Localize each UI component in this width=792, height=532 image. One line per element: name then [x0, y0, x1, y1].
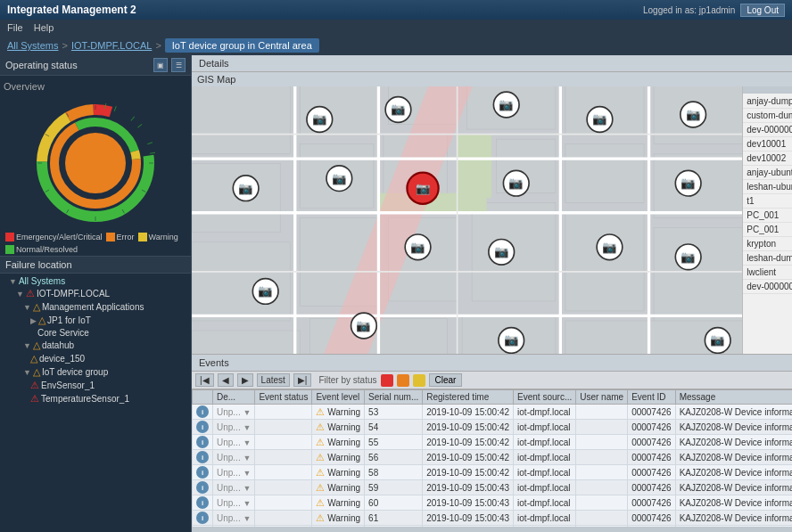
legend-box-warning: [138, 233, 147, 241]
device-marker-2[interactable]: 📷: [385, 97, 411, 123]
col-reg-time[interactable]: Registered time: [423, 390, 514, 405]
col-source[interactable]: Event sourc...: [514, 390, 576, 405]
cell-message: KAJZ0208-W Device information was not u: [675, 495, 792, 511]
last-btn[interactable]: ▶|: [293, 373, 312, 387]
events-table-container[interactable]: De... Event status Event level Serial nu…: [192, 389, 792, 527]
col-event-level[interactable]: Event level: [312, 390, 365, 405]
cell-status: [255, 450, 312, 465]
breadcrumb-iot-dmpf[interactable]: IOT-DMPF.LOCAL: [71, 40, 152, 51]
tree-item-iot-dmpf[interactable]: ▼ ⚠ IOT-DMPF.LOCAL: [2, 287, 189, 300]
tree-item-mgmt-apps[interactable]: ▼ △ Management Applications: [2, 300, 189, 314]
device-list-item[interactable]: anjay-ubuntu: [743, 166, 792, 180]
device-marker-7[interactable]: 📷: [326, 166, 352, 192]
cell-time: 2019-10-09 15:00:43: [423, 480, 514, 495]
device-marker-18[interactable]: 📷: [705, 328, 730, 354]
device-list-item[interactable]: lwclient: [743, 266, 792, 280]
tree-item-jp1-iot[interactable]: ▶ △ JP1 for IoT: [2, 314, 189, 327]
device-marker-12[interactable]: 📷: [489, 239, 515, 265]
filter-red[interactable]: [381, 374, 393, 387]
filter-orange[interactable]: [397, 374, 409, 387]
cell-info[interactable]: i: [193, 495, 213, 511]
device-marker-15[interactable]: 📷: [252, 279, 278, 305]
device-marker-5[interactable]: 📷: [681, 102, 706, 127]
tree-item-all-systems[interactable]: ▼ All Systems: [2, 275, 189, 287]
device-marker-1[interactable]: 📷: [307, 107, 333, 133]
scrollbar-top[interactable]: [743, 86, 792, 94]
col-message[interactable]: Message: [675, 390, 792, 405]
device-list-item[interactable]: dev-00000001: [743, 280, 792, 294]
device-marker-17[interactable]: 📷: [499, 328, 524, 354]
cell-source: iot-dmpf.local: [514, 480, 576, 495]
cell-time: 2019-10-09 15:00:42: [423, 465, 514, 480]
svg-text:📷: 📷: [681, 176, 696, 191]
cell-info[interactable]: i: [193, 420, 213, 435]
col-serial[interactable]: Serial num...: [365, 390, 423, 405]
cell-info[interactable]: i: [193, 405, 213, 420]
cell-info[interactable]: i: [193, 465, 213, 480]
device-list-item[interactable]: leshan-ubuntu: [743, 180, 792, 194]
device-list-item[interactable]: dev-00000002: [743, 123, 792, 137]
cell-info[interactable]: i: [193, 511, 213, 526]
device-list-item[interactable]: PC_001: [743, 223, 792, 237]
device-marker-3[interactable]: 📷: [493, 92, 519, 118]
device-marker-11[interactable]: 📷: [405, 234, 431, 260]
svg-text:📷: 📷: [238, 181, 253, 196]
svg-text:📷: 📷: [504, 332, 519, 348]
device-list-item[interactable]: dev10002: [743, 151, 792, 166]
cell-info[interactable]: i: [193, 435, 213, 450]
cell-dev: Unp... ▼: [213, 495, 255, 511]
latest-btn[interactable]: Latest: [257, 373, 290, 387]
filter-yellow[interactable]: [413, 374, 425, 387]
tree-label-iot-dmpf: IOT-DMPF.LOCAL: [37, 289, 110, 299]
device-list-item[interactable]: t1: [743, 194, 792, 209]
failure-location-header: Failure location: [0, 256, 191, 274]
device-marker-6[interactable]: 📷: [233, 176, 259, 201]
map-area[interactable]: 📷 📷 📷 📷: [192, 86, 742, 354]
tree-item-envsensor[interactable]: ⚠ EnvSensor_1: [2, 379, 189, 392]
device-list-item[interactable]: anjay-dump: [743, 94, 792, 109]
prev-btn[interactable]: ◀: [218, 373, 234, 387]
next-btn[interactable]: ▶: [237, 373, 253, 387]
tree-item-tempsensor[interactable]: ⚠ TemperatureSensor_1: [2, 392, 189, 405]
cell-level: ⚠ Warning: [312, 435, 365, 450]
svg-line-21: [114, 106, 116, 111]
col-event-id[interactable]: Event ID: [628, 390, 676, 405]
cell-info[interactable]: i: [193, 450, 213, 465]
col-user[interactable]: User name: [576, 390, 628, 405]
device-list-item[interactable]: custom-dump: [743, 109, 792, 123]
expand-icon: ▶: [30, 316, 37, 325]
clear-btn[interactable]: Clear: [429, 373, 463, 387]
device-marker-14[interactable]: 📷: [675, 244, 701, 270]
device-marker-10[interactable]: 📷: [675, 170, 701, 196]
legend-emergency: Emergency/Alert/Critical: [5, 233, 103, 241]
cell-dev: Unp... ▼: [213, 405, 255, 420]
tree-item-datahub[interactable]: ▼ △ datahub: [2, 339, 189, 352]
device-marker-red[interactable]: 📷: [407, 173, 438, 204]
device-list-item[interactable]: krypton: [743, 237, 792, 251]
tree-item-iot-device-group[interactable]: ▼ △ IoT device group: [2, 365, 189, 379]
device-marker-13[interactable]: 📷: [597, 234, 623, 260]
device-marker-9[interactable]: 📷: [503, 170, 529, 196]
first-btn[interactable]: |◀: [195, 373, 214, 387]
error-icon: ⚠: [26, 288, 35, 299]
device-list-item[interactable]: dev10001: [743, 137, 792, 151]
cell-info[interactable]: i: [193, 480, 213, 495]
device-list-item[interactable]: PC_001: [743, 209, 792, 223]
device-marker-16[interactable]: 📷: [351, 313, 377, 339]
device-marker-4[interactable]: 📷: [587, 107, 613, 133]
horizontal-scrollbar[interactable]: [192, 527, 792, 532]
tree-item-core-service[interactable]: Core Service: [2, 327, 189, 339]
expand-icon: ▼: [16, 290, 24, 299]
list-icon[interactable]: ☰: [171, 58, 186, 72]
gis-map-label: GIS Map: [192, 72, 792, 86]
logout-button[interactable]: Log Out: [740, 4, 785, 17]
tree-item-device150[interactable]: △ device_150: [2, 352, 189, 365]
view-icon[interactable]: ▣: [153, 58, 168, 72]
col-event-status[interactable]: Event status: [255, 390, 312, 405]
device-list-item[interactable]: leshan-dump: [743, 251, 792, 266]
col-dev[interactable]: De...: [213, 390, 255, 405]
menu-help[interactable]: Help: [34, 22, 54, 33]
breadcrumb-all-systems[interactable]: All Systems: [7, 40, 58, 51]
menu-file[interactable]: File: [7, 22, 23, 33]
events-panel: Events |◀ ◀ ▶ Latest ▶| Filter by status…: [192, 354, 792, 532]
